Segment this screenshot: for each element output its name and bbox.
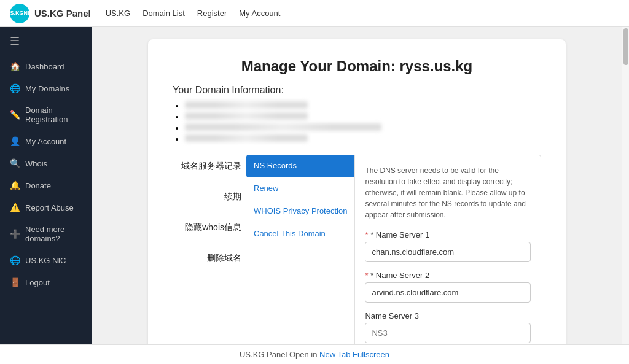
whois-icon: 🔍 xyxy=(10,158,20,168)
ns1-label-text: * Name Server 1 xyxy=(370,230,429,239)
dns-notice: The DNS server needs to be valid for the… xyxy=(365,165,531,220)
ns2-input[interactable] xyxy=(365,282,531,303)
ns2-label-text: * Name Server 2 xyxy=(370,271,429,280)
domain-registration-icon: ✏️ xyxy=(10,110,20,120)
sidebar-item-donate[interactable]: 🔔 Donate xyxy=(0,174,92,196)
tab-ns-records[interactable]: NS Records xyxy=(246,155,354,177)
tab-cancel-domain[interactable]: Cancel This Domain xyxy=(246,223,354,246)
my-account-icon: 👤 xyxy=(10,136,20,146)
sidebar-item-logout[interactable]: 🚪 Logout xyxy=(0,271,92,293)
footer-new-tab-link[interactable]: New Tab xyxy=(319,350,350,359)
blurred-value-1 xyxy=(185,101,308,109)
chinese-labels: 域名服务器记录 续期 隐藏whois信息 删除域名 xyxy=(173,155,246,271)
nav-domain-list[interactable]: Domain List xyxy=(143,9,185,18)
sidebar-item-uskg-nic[interactable]: 🌐 US.KG NIC xyxy=(0,249,92,271)
tab-form-row: 域名服务器记录 续期 隐藏whois信息 删除域名 NS Records Ren… xyxy=(173,155,541,344)
ns3-label: Name Server 3 xyxy=(365,311,531,320)
form-panel: The DNS server needs to be valid for the… xyxy=(354,155,541,344)
scrollbar-thumb[interactable] xyxy=(623,28,628,65)
sidebar-item-whois[interactable]: 🔍 Whois xyxy=(0,152,92,174)
form-group-ns1: * * Name Server 1 xyxy=(365,230,531,262)
ns1-input[interactable] xyxy=(365,242,531,262)
domain-info-item-1 xyxy=(185,101,541,109)
app-logo: US.KG NIC US.KG Panel xyxy=(10,4,91,23)
scrollbar-track[interactable] xyxy=(622,27,629,344)
domain-info-section: Your Domain Information: xyxy=(173,85,541,142)
form-group-ns2: * * Name Server 2 xyxy=(365,271,531,303)
sidebar-label-my-domains: My Domains xyxy=(25,84,69,93)
tab-whois-privacy[interactable]: WHOIS Privacy Protection xyxy=(246,200,354,223)
domain-info-list xyxy=(173,101,541,142)
uskg-nic-icon: 🌐 xyxy=(10,255,20,265)
domain-info-title: Your Domain Information: xyxy=(173,85,541,96)
sidebar: ☰ 🏠 Dashboard 🌐 My Domains ✏️ Domain Reg… xyxy=(0,27,92,344)
chinese-label-whois: 隐藏whois信息 xyxy=(173,210,241,241)
logo-icon: US.KG NIC xyxy=(10,4,29,23)
sidebar-item-domain-registration[interactable]: ✏️ Domain Registration xyxy=(0,99,92,130)
need-more-domains-icon: ➕ xyxy=(10,229,20,239)
sidebar-label-my-account: My Account xyxy=(25,137,66,146)
sidebar-label-dashboard: Dashboard xyxy=(25,62,64,71)
tabs-and-form: NS Records Renew WHOIS Privacy Protectio… xyxy=(246,155,541,344)
nav-register[interactable]: Register xyxy=(197,9,227,18)
dashboard-icon: 🏠 xyxy=(10,61,20,71)
domain-info-item-3 xyxy=(185,123,541,131)
sidebar-label-domain-registration: Domain Registration xyxy=(25,106,82,124)
blurred-value-2 xyxy=(185,112,308,120)
page-title: Manage Your Domain: ryss.us.kg xyxy=(173,58,541,75)
footer-fullscreen-link[interactable]: Fullscreen xyxy=(353,350,389,359)
sidebar-item-my-domains[interactable]: 🌐 My Domains xyxy=(0,77,92,99)
nav-my-account[interactable]: My Account xyxy=(239,9,280,18)
my-domains-icon: 🌐 xyxy=(10,83,20,93)
content-area: Manage Your Domain: ryss.us.kg Your Doma… xyxy=(92,27,622,344)
chinese-label-cancel: 删除域名 xyxy=(173,241,241,271)
chinese-label-ns-records: 域名服务器记录 xyxy=(173,155,241,179)
top-navigation: US.KG NIC US.KG Panel US.KG Domain List … xyxy=(0,0,629,27)
ns2-required-marker: * xyxy=(365,271,368,280)
sidebar-item-report-abuse[interactable]: ⚠️ Report Abuse xyxy=(0,196,92,219)
app-title: US.KG Panel xyxy=(34,8,91,18)
ns1-label: * * Name Server 1 xyxy=(365,230,531,239)
main-card: Manage Your Domain: ryss.us.kg Your Doma… xyxy=(148,39,566,344)
sidebar-label-uskg-nic: US.KG NIC xyxy=(25,256,66,265)
footer: US.KG Panel Open in New Tab Fullscreen xyxy=(0,344,629,364)
sidebar-label-report-abuse: Report Abuse xyxy=(25,203,74,212)
logout-icon: 🚪 xyxy=(10,277,20,287)
sidebar-item-dashboard[interactable]: 🏠 Dashboard xyxy=(0,55,92,77)
sidebar-item-my-account[interactable]: 👤 My Account xyxy=(0,130,92,152)
ns1-required-marker: * xyxy=(365,230,368,239)
ns3-input[interactable] xyxy=(365,323,531,343)
action-tabs: NS Records Renew WHOIS Privacy Protectio… xyxy=(246,155,354,344)
footer-text: US.KG Panel xyxy=(240,350,287,359)
domain-info-item-4 xyxy=(185,134,541,142)
blurred-value-3 xyxy=(185,123,381,131)
report-abuse-icon: ⚠️ xyxy=(10,203,20,212)
form-group-ns3: Name Server 3 xyxy=(365,311,531,343)
sidebar-label-logout: Logout xyxy=(25,278,50,287)
tab-renew[interactable]: Renew xyxy=(246,177,354,200)
top-nav-links: US.KG Domain List Register My Account xyxy=(106,9,281,18)
sidebar-item-need-more-domains[interactable]: ➕ Need more domains? xyxy=(0,219,92,249)
ns2-label: * * Name Server 2 xyxy=(365,271,531,280)
nav-uskg[interactable]: US.KG xyxy=(106,9,130,18)
sidebar-label-need-more-domains: Need more domains? xyxy=(25,225,82,243)
domain-info-item-2 xyxy=(185,112,541,120)
sidebar-label-whois: Whois xyxy=(25,159,47,168)
donate-icon: 🔔 xyxy=(10,180,20,190)
blurred-value-4 xyxy=(185,134,308,142)
main-layout: ☰ 🏠 Dashboard 🌐 My Domains ✏️ Domain Reg… xyxy=(0,27,629,344)
chinese-label-renew: 续期 xyxy=(173,179,241,210)
hamburger-icon[interactable]: ☰ xyxy=(0,27,92,55)
footer-open-label: Open in xyxy=(289,350,319,359)
sidebar-label-donate: Donate xyxy=(25,181,51,190)
